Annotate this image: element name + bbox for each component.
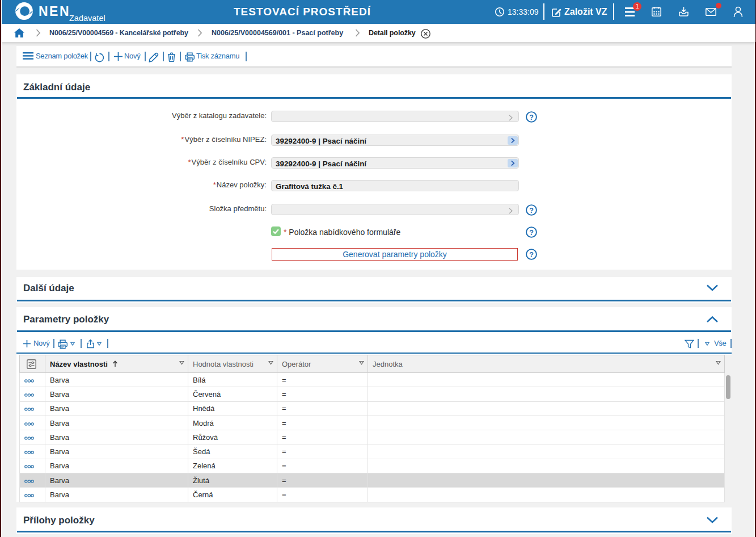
svg-text:?: ? <box>529 114 534 121</box>
svg-text:?: ? <box>529 207 534 215</box>
svg-text:?: ? <box>529 251 534 259</box>
svg-text:?: ? <box>529 229 534 237</box>
